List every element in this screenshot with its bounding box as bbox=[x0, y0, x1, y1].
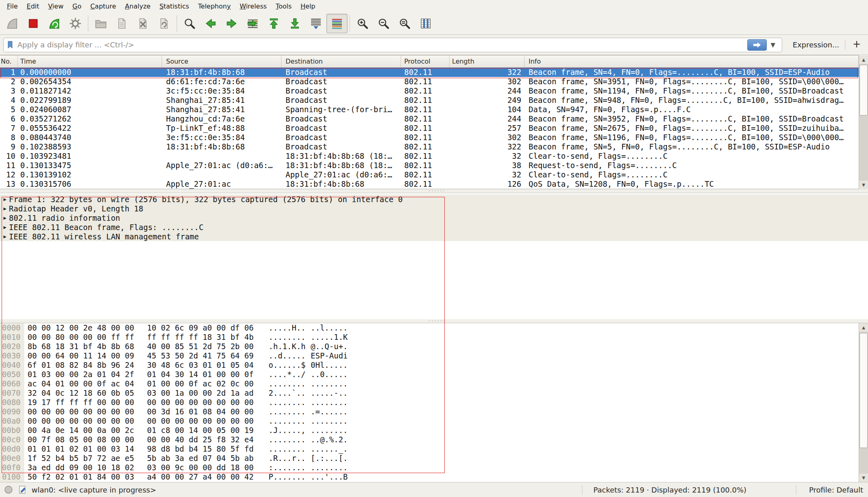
go-back-button[interactable] bbox=[200, 14, 221, 33]
detail-tree-row-4[interactable]: ▶IEEE 802.11 Beacon frame, Flags: ......… bbox=[0, 222, 868, 232]
expand-arrow-icon[interactable]: ▶ bbox=[1, 224, 9, 230]
zoom-in-button[interactable] bbox=[352, 14, 373, 33]
menu-item-statistics[interactable]: Statistics bbox=[155, 1, 194, 11]
go-to-top-button[interactable] bbox=[263, 14, 284, 33]
menu-item-wireless[interactable]: Wireless bbox=[235, 1, 271, 11]
stop-capture-button[interactable] bbox=[23, 14, 44, 33]
column-header-info[interactable]: Info bbox=[525, 55, 859, 67]
menu-item-capture[interactable]: Capture bbox=[86, 1, 121, 11]
hex-row-00f0[interactable]: 00f03a ed dd 09 00 10 18 0203 00 9c 00 0… bbox=[0, 463, 859, 472]
packet-row-12[interactable]: 120.130139102Apple_27:01:ac (d0:a6:…802.… bbox=[0, 170, 859, 179]
hex-row-00b0[interactable]: 00b000 4a 0e 14 00 0a 00 2c01 c8 00 14 0… bbox=[0, 426, 859, 435]
hex-row-0090[interactable]: 009000 00 00 00 00 00 00 0000 3d 16 01 0… bbox=[0, 407, 859, 416]
packet-row-9[interactable]: 90.10238859318:31:bf:4b:8b:68Broadcast80… bbox=[0, 142, 859, 151]
detail-tree-row-1[interactable]: ▶Frame 1: 322 bytes on wire (2576 bits),… bbox=[0, 194, 868, 204]
ascii-group2: 0Hl..... bbox=[311, 360, 348, 370]
column-header-protocol[interactable]: Protocol bbox=[401, 55, 450, 67]
profile-label[interactable]: Profile: Default bbox=[809, 486, 863, 494]
packet-row-8[interactable]: 80.0804437403e:f5:cc:0e:35:84Broadcast80… bbox=[0, 133, 859, 142]
packet-list-scroll-thumb[interactable] bbox=[859, 65, 868, 115]
cell-dst: Broadcast bbox=[282, 68, 401, 77]
column-header-destination[interactable]: Destination bbox=[282, 55, 401, 67]
hex-row-00e0[interactable]: 00e01f 52 b4 b5 b7 72 ae e55b ab 3a ed 0… bbox=[0, 454, 859, 463]
scroll-up-arrow-icon[interactable]: ▲ bbox=[859, 55, 868, 64]
capture-comment-icon[interactable] bbox=[18, 485, 27, 495]
menu-item-go[interactable]: Go bbox=[68, 1, 86, 11]
resize-columns-button[interactable] bbox=[415, 14, 436, 33]
scroll-down-arrow-icon[interactable]: ▼ bbox=[859, 181, 868, 189]
cell-info: Beacon frame, SN=3952, FN=0, Flags=.....… bbox=[525, 114, 859, 124]
hex-row-0050[interactable]: 005001 03 00 00 2a 01 04 2f01 04 30 14 0… bbox=[0, 370, 859, 379]
packet-row-4[interactable]: 40.022799189Shanghai_27:85:41Broadcast80… bbox=[0, 96, 859, 105]
hex-row-00a0[interactable]: 00a000 00 00 00 00 00 00 0000 00 00 00 0… bbox=[0, 416, 859, 426]
detail-tree-row-5[interactable]: ▶IEEE 802.11 wireless LAN management fra… bbox=[0, 232, 868, 241]
hex-row-0100[interactable]: 010050 f2 02 01 01 84 00 03a4 00 00 27 a… bbox=[0, 472, 859, 482]
hex-row-0060[interactable]: 0060ac 04 01 00 00 0f ac 0401 00 00 0f a… bbox=[0, 379, 859, 388]
go-to-top-icon bbox=[267, 17, 280, 30]
pane-splitter-top[interactable]: ······ bbox=[0, 189, 868, 193]
menu-item-help[interactable]: Help bbox=[296, 1, 320, 11]
menu-item-file[interactable]: File bbox=[2, 1, 22, 11]
hex-row-0010[interactable]: 001000 00 80 00 00 00 ff ffff ff ff ff 1… bbox=[0, 333, 859, 342]
expand-arrow-icon[interactable]: ▶ bbox=[1, 215, 9, 221]
expand-arrow-icon[interactable]: ▶ bbox=[1, 196, 9, 202]
column-header-no[interactable]: No. bbox=[0, 55, 18, 67]
packet-row-1[interactable]: 10.00000000018:31:bf:4b:8b:68Broadcast80… bbox=[0, 68, 859, 77]
find-packet-button[interactable] bbox=[179, 14, 200, 33]
zoom-out-button[interactable] bbox=[373, 14, 394, 33]
auto-scroll-button[interactable] bbox=[305, 14, 326, 33]
scroll-up-arrow-icon[interactable]: ▲ bbox=[859, 323, 868, 332]
menu-item-analyze[interactable]: Analyze bbox=[121, 1, 155, 11]
expression-button[interactable]: Expression... bbox=[793, 41, 839, 49]
hex-bytes-group2: 00 00 00 00 00 00 00 00 bbox=[147, 416, 269, 426]
packet-row-6[interactable]: 60.035271262Hangzhou_cd:7a:6eBroadcast80… bbox=[0, 114, 859, 124]
pane-splitter-bottom[interactable]: ······ bbox=[0, 319, 868, 323]
display-filter-input[interactable]: Apply a display filter ... <Ctrl-/> ▼ bbox=[3, 38, 782, 52]
packet-row-13[interactable]: 130.130315706Apple_27:01:ac18:31:bf:4b:8… bbox=[0, 179, 859, 189]
apply-filter-button[interactable] bbox=[747, 39, 767, 51]
hex-row-0070[interactable]: 007032 04 0c 12 18 60 0b 0503 00 1a 00 0… bbox=[0, 388, 859, 398]
expand-arrow-icon[interactable]: ▶ bbox=[1, 206, 9, 211]
hex-row-00d0[interactable]: 00d001 01 01 02 01 00 03 1498 d8 bd b4 1… bbox=[0, 444, 859, 454]
column-header-length[interactable]: Length bbox=[450, 55, 525, 67]
packet-row-7[interactable]: 70.055536422Tp-LinkT_ef:48:88Broadcast80… bbox=[0, 124, 859, 133]
scroll-down-arrow-icon[interactable]: ▼ bbox=[859, 474, 868, 482]
detail-tree-row-3[interactable]: ▶802.11 radio information bbox=[0, 213, 868, 222]
hex-row-0030[interactable]: 003000 00 64 00 11 14 00 0945 53 50 2d 4… bbox=[0, 351, 859, 360]
hex-row-0020[interactable]: 00208b 68 18 31 bf 4b 8b 6840 00 85 51 2… bbox=[0, 342, 859, 351]
packet-row-5[interactable]: 50.024060087Shanghai_27:85:41Spanning-tr… bbox=[0, 105, 859, 114]
add-filter-button[interactable]: + bbox=[851, 38, 865, 51]
menu-item-tools[interactable]: Tools bbox=[271, 1, 296, 11]
packet-bytes-scrollbar[interactable]: ▲ ▼ bbox=[859, 323, 868, 482]
go-to-packet-button[interactable] bbox=[242, 14, 263, 33]
detail-tree-row-2[interactable]: ▶Radiotap Header v0, Length 18 bbox=[0, 204, 868, 213]
hex-row-0080[interactable]: 008019 17 ff ff ff 00 00 0000 00 00 00 0… bbox=[0, 398, 859, 407]
menu-item-edit[interactable]: Edit bbox=[22, 1, 44, 11]
filter-dropdown-caret[interactable]: ▼ bbox=[770, 41, 775, 49]
hex-row-0000[interactable]: 000000 00 12 00 2e 48 00 0010 02 6c 09 a… bbox=[0, 323, 859, 333]
hex-row-0040[interactable]: 00406f 01 08 82 84 8b 96 2430 48 6c 03 0… bbox=[0, 360, 859, 370]
colorize-button[interactable] bbox=[326, 14, 348, 33]
filter-bookmark-icon[interactable] bbox=[6, 40, 14, 50]
packet-row-11[interactable]: 110.130133475Apple_27:01:ac (d0:a6:…18:3… bbox=[0, 161, 859, 170]
ascii-group1: ........ bbox=[269, 444, 311, 454]
expand-arrow-icon[interactable]: ▶ bbox=[1, 234, 9, 239]
packet-list-scrollbar[interactable]: ▲ ▼ bbox=[859, 55, 868, 189]
go-to-bottom-button[interactable] bbox=[284, 14, 305, 33]
zoom-original-button[interactable] bbox=[394, 14, 415, 33]
packet-row-3[interactable]: 30.0118271423c:f5:cc:0e:35:84Broadcast80… bbox=[0, 86, 859, 96]
hex-bytes-group2: 30 48 6c 03 01 01 05 04 bbox=[147, 360, 269, 370]
packet-bytes-scroll-thumb[interactable] bbox=[859, 333, 868, 448]
expert-info-icon[interactable] bbox=[4, 485, 13, 494]
packet-row-10[interactable]: 100.10392348118:31:bf:4b:8b:68 (18:…802.… bbox=[0, 151, 859, 161]
restart-capture-button[interactable] bbox=[44, 14, 65, 33]
menu-item-view[interactable]: View bbox=[44, 1, 68, 11]
column-header-time[interactable]: Time bbox=[18, 55, 162, 67]
hex-bytes-group1: 00 00 64 00 11 14 00 09 bbox=[28, 351, 147, 360]
hex-row-00c0[interactable]: 00c000 7f 08 05 00 08 00 0000 00 40 dd 2… bbox=[0, 435, 859, 444]
menu-item-telephony[interactable]: Telephony bbox=[194, 1, 235, 11]
packet-row-2[interactable]: 20.002654354d6:61:fe:cd:7a:6eBroadcast80… bbox=[0, 77, 859, 86]
column-header-source[interactable]: Source bbox=[162, 55, 282, 67]
go-forward-button[interactable] bbox=[221, 14, 242, 33]
capture-options-button[interactable] bbox=[65, 14, 86, 33]
